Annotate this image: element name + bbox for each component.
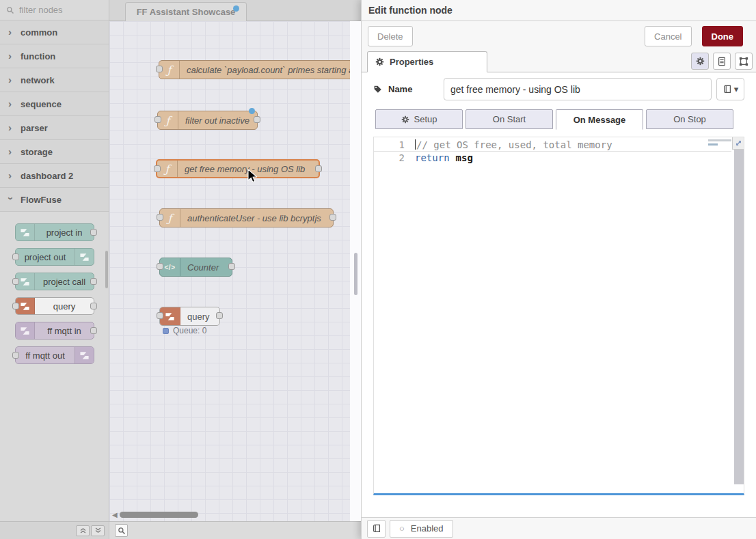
pointer-icon: [247, 169, 257, 184]
tab-label: Setup: [414, 114, 437, 124]
node-authenticate-user[interactable]: ƒ authenticateUser - use lib bcryptjs: [159, 208, 334, 227]
palette-node-project-in[interactable]: project in: [15, 223, 94, 241]
output-port[interactable]: [90, 303, 97, 309]
delete-button[interactable]: Delete: [368, 26, 413, 46]
output-port[interactable]: [228, 263, 235, 270]
search-flows-button[interactable]: [115, 524, 128, 537]
caret-down-icon: ▾: [734, 84, 739, 94]
vertical-scrollbar-track[interactable]: [350, 21, 361, 521]
palette-node-ff-mqtt-in[interactable]: ff mqtt in: [15, 322, 94, 340]
expand-editor-button[interactable]: [732, 137, 744, 150]
code-line[interactable]: 2 returnmsg: [374, 152, 731, 165]
input-port[interactable]: [12, 303, 19, 309]
palette-category-function[interactable]: › function: [0, 44, 109, 68]
node-help-button[interactable]: [367, 520, 386, 538]
palette-node-ff-mqtt-out[interactable]: ff mqtt out: [15, 346, 94, 364]
palette-node-label: project call: [35, 277, 94, 287]
tray-header: Edit function node: [362, 0, 756, 21]
document-icon: [717, 57, 727, 66]
palette-search[interactable]: filter nodes: [0, 0, 109, 20]
workspace-tabbar: FF Assistant Showcase: [109, 0, 361, 21]
palette-category-parser[interactable]: › parser: [0, 116, 109, 140]
output-port[interactable]: [329, 214, 336, 221]
output-port[interactable]: [315, 165, 322, 172]
properties-icon-button[interactable]: [691, 53, 709, 70]
line-number: 2: [374, 152, 415, 165]
chevron-right-icon: ›: [8, 148, 14, 155]
vertical-scrollbar[interactable]: [354, 253, 357, 295]
palette-category-sequence[interactable]: › sequence: [0, 92, 109, 116]
status-dot: [163, 328, 169, 334]
done-button[interactable]: Done: [702, 26, 744, 46]
palette-category-dashboard2[interactable]: › dashboard 2: [0, 164, 109, 188]
palette-node-project-out[interactable]: project out: [15, 248, 94, 266]
name-input[interactable]: [444, 78, 712, 100]
node-counter[interactable]: </> Counter: [159, 258, 232, 277]
chevron-right-icon: ›: [8, 100, 14, 107]
double-chevron-up-icon: [79, 527, 87, 534]
tab-properties[interactable]: Properties: [367, 51, 487, 72]
description-icon-button[interactable]: [713, 53, 731, 70]
input-port[interactable]: [157, 312, 163, 319]
flow-tab-label: FF Assistant Showcase: [137, 7, 236, 17]
tab-on-start[interactable]: On Start: [465, 109, 553, 129]
input-port[interactable]: [157, 214, 163, 221]
flow-tab[interactable]: FF Assistant Showcase: [125, 2, 247, 21]
expand-icon: [735, 139, 742, 147]
input-port[interactable]: [12, 253, 19, 260]
input-port[interactable]: [12, 278, 19, 285]
input-port[interactable]: [154, 116, 161, 123]
node-query[interactable]: query: [159, 307, 220, 326]
tray-toolbar: Delete Cancel Done: [362, 21, 756, 51]
palette-category-label: parser: [21, 123, 48, 133]
enabled-toggle[interactable]: ○ Enabled: [390, 520, 453, 538]
workspace-grid[interactable]: [109, 21, 361, 521]
node-label: Counter: [180, 262, 232, 273]
scroll-left-arrow[interactable]: ◀: [112, 511, 118, 519]
status-text: Queue: 0: [173, 326, 206, 335]
output-port[interactable]: [254, 116, 260, 123]
output-port[interactable]: [90, 327, 97, 334]
input-port[interactable]: [12, 352, 19, 359]
double-chevron-down-icon: [94, 527, 102, 534]
horizontal-scrollbar[interactable]: [120, 512, 198, 518]
palette-node-query[interactable]: query: [15, 297, 94, 315]
palette-category-common[interactable]: › common: [0, 20, 109, 44]
palette-category-network[interactable]: › network: [0, 68, 109, 92]
enabled-label: Enabled: [411, 523, 444, 534]
node-calculate-primes[interactable]: ƒ calculate `payload.count` primes start…: [159, 60, 361, 79]
library-button[interactable]: ▾: [716, 78, 744, 100]
flowfuse-icon: [75, 249, 94, 265]
minimap-line: [708, 139, 731, 141]
palette-node-project-call[interactable]: project call: [15, 273, 94, 290]
node-get-free-memory[interactable]: ƒ get free memory - using OS lib: [156, 159, 320, 178]
collapse-all-button[interactable]: [76, 525, 90, 536]
line-number: 1: [374, 139, 415, 151]
palette-category-label: function: [21, 51, 55, 61]
editor-minimap[interactable]: [708, 139, 733, 146]
palette-category-storage[interactable]: › storage: [0, 140, 109, 164]
palette-category-flowfuse[interactable]: › FlowFuse: [0, 188, 109, 212]
output-port[interactable]: [216, 312, 223, 319]
tab-on-stop[interactable]: On Stop: [646, 109, 733, 129]
code-editor[interactable]: 1 // get OS free, used, total memory 2 r…: [373, 137, 744, 495]
editor-scrollbar[interactable]: [734, 150, 744, 484]
code-line[interactable]: 1 // get OS free, used, total memory: [374, 139, 731, 152]
tab-on-message[interactable]: On Message: [556, 109, 643, 130]
input-port[interactable]: [154, 165, 161, 172]
expand-all-button[interactable]: [91, 525, 105, 536]
node-filter-out-inactive[interactable]: ƒ filter out inactive: [157, 111, 258, 130]
input-port[interactable]: [157, 263, 163, 270]
flow-workspace[interactable]: FF Assistant Showcase ƒ calculate `paylo…: [109, 0, 361, 521]
output-port[interactable]: [90, 278, 97, 285]
palette-scrollbar[interactable]: [105, 251, 108, 288]
appearance-icon-button[interactable]: [735, 53, 753, 70]
input-port[interactable]: [156, 66, 163, 72]
output-port[interactable]: [90, 229, 97, 236]
chevron-right-icon: ›: [8, 124, 14, 131]
book-icon: [723, 85, 732, 94]
node-palette: filter nodes › common › function › netwo…: [0, 0, 109, 521]
cancel-button[interactable]: Cancel: [645, 26, 691, 46]
tab-setup[interactable]: Setup: [375, 109, 463, 129]
node-status: Queue: 0: [163, 326, 206, 335]
